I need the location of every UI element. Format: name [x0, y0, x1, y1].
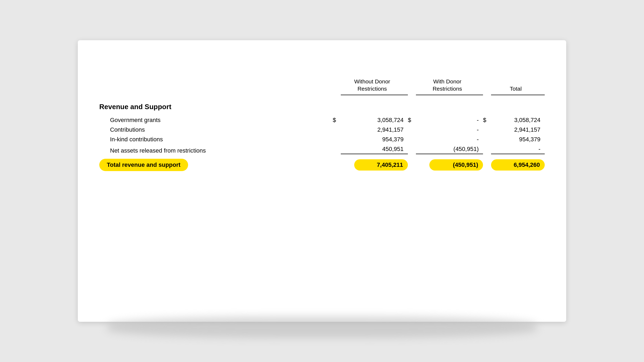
- column-with-donor: With Donor Restrictions: [416, 78, 483, 95]
- total-with-cell: (450,951): [416, 159, 483, 171]
- bottom-shadow: [107, 316, 537, 338]
- net-assets-value-total: -: [491, 146, 545, 154]
- column-without-donor: Without Donor Restrictions: [341, 78, 408, 95]
- dollar-sign-1-1: $: [333, 117, 341, 124]
- table-body: Government grants $ 3,058,724 $ - $ 3,05…: [99, 115, 545, 173]
- page-container: Without Donor Restrictions With Donor Re…: [78, 40, 566, 322]
- total-revenue-label: Total revenue and support: [99, 159, 188, 171]
- net-assets-label: Net assets released from restrictions: [99, 147, 333, 154]
- total-value-with: (450,951): [429, 159, 483, 171]
- total-row: Total revenue and support 7,405,211 (450…: [99, 157, 545, 173]
- section-title: Revenue and Support: [99, 103, 171, 111]
- net-assets-value-without: 450,951: [341, 146, 408, 154]
- row-value-without-2: 2,941,157: [341, 126, 408, 133]
- row-value-total-1: 3,058,724: [491, 117, 545, 124]
- total-label-cell: Total revenue and support: [99, 159, 333, 171]
- table-row: Government grants $ 3,058,724 $ - $ 3,05…: [99, 115, 545, 125]
- row-value-with-2: -: [416, 126, 483, 133]
- table-row: Contributions 2,941,157 - 2,941,157: [99, 125, 545, 135]
- row-value-total-3: 954,379: [491, 136, 545, 143]
- table-row: In-kind contributions 954,379 - 954,379: [99, 135, 545, 144]
- row-value-total-2: 2,941,157: [491, 126, 545, 133]
- dollar-sign-1-3: $: [483, 117, 491, 124]
- dollar-sign-1-2: $: [408, 117, 416, 124]
- row-label: In-kind contributions: [99, 136, 333, 143]
- net-assets-row: Net assets released from restrictions 45…: [99, 144, 545, 156]
- total-total-cell: 6,954,260: [491, 159, 545, 171]
- row-value-without-3: 954,379: [341, 136, 408, 143]
- total-value-total: 6,954,260: [491, 159, 545, 171]
- row-value-without-1: 3,058,724: [341, 117, 408, 124]
- total-value-without: 7,405,211: [354, 159, 408, 171]
- column-total: Total: [491, 85, 545, 95]
- row-label: Contributions: [99, 126, 333, 133]
- table-header: Without Donor Restrictions With Donor Re…: [99, 78, 545, 95]
- row-value-with-3: -: [416, 136, 483, 143]
- total-without-cell: 7,405,211: [341, 159, 408, 171]
- row-value-with-1: -: [416, 117, 483, 124]
- net-assets-value-with: (450,951): [416, 146, 483, 154]
- row-label: Government grants: [99, 117, 333, 124]
